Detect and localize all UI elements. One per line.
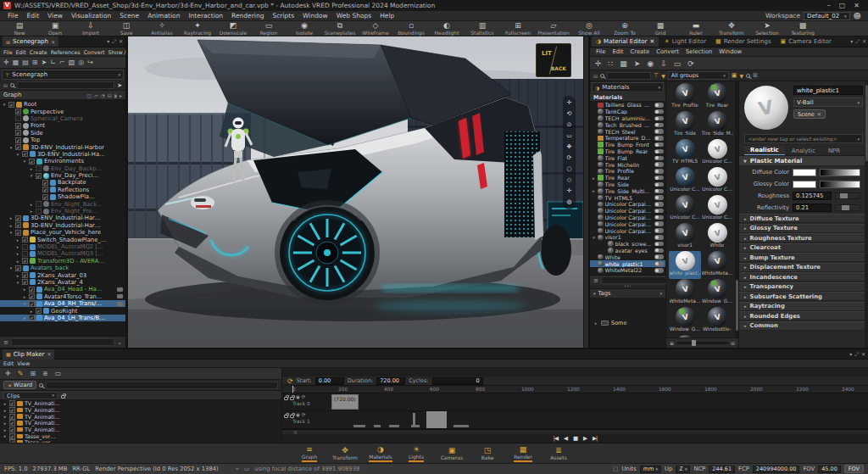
lock-clips-icon[interactable] <box>61 395 65 399</box>
go-to-start-button[interactable]: |◀ <box>554 435 558 442</box>
tag-item-some[interactable]: ▸ Some <box>590 298 665 348</box>
enable-toggle[interactable] <box>654 235 664 240</box>
enable-toggle[interactable] <box>654 169 664 174</box>
toolbar-button-statistics[interactable]: ▥Statistics <box>465 21 500 36</box>
material-item-unicolor-carpaint3[interactable]: Unicolor Carpaint3 <box>590 227 665 234</box>
material-item-unicolor-carpaint-si[interactable]: Unicolor Carpaint_si… <box>590 201 665 208</box>
material-thumbnail-tire-rear[interactable]: VTire_Rear <box>701 83 733 111</box>
toolbar-button-sceneplates[interactable]: ⧉Sceneplates <box>322 21 358 36</box>
materials-filter-input[interactable] <box>601 276 670 284</box>
menu-file[interactable]: File <box>3 12 23 20</box>
menu-scene[interactable]: Scene <box>115 12 143 20</box>
mini-clip[interactable] <box>389 425 399 427</box>
lock-content-icon[interactable] <box>290 397 294 400</box>
visibility-checkbox[interactable] <box>22 251 28 257</box>
expander-icon[interactable]: ▸ <box>29 209 34 214</box>
close-button[interactable]: ✕ <box>854 2 860 9</box>
section-raytracing[interactable]: ▸Raytracing <box>739 302 868 311</box>
enable-toggle[interactable] <box>654 176 664 181</box>
material-item-tv-html5[interactable]: TV_HTML5 <box>590 194 665 201</box>
material-thumbnail-whitemeta[interactable]: VWhiteMeta… <box>669 279 701 307</box>
workspace-select[interactable]: Default_02▾ <box>804 12 850 20</box>
delete-material-icon[interactable]: ▭ <box>674 59 682 68</box>
panel-close-icon[interactable]: ✕ <box>119 38 123 45</box>
close-tab-icon[interactable]: ✕ <box>51 39 55 45</box>
value-slider[interactable] <box>835 192 860 199</box>
expander-icon[interactable]: ▾ <box>8 145 14 150</box>
visibility-checkbox[interactable]: ✓ <box>15 222 21 228</box>
visibility-checkbox[interactable]: ✓ <box>29 287 35 293</box>
solo-track-icon[interactable]: ◉ <box>296 395 300 399</box>
up-axis-select[interactable]: Z ▾ <box>676 466 690 473</box>
lock-materials-icon[interactable]: ▣ <box>732 72 737 79</box>
tab-render-settings[interactable]: ▦Render Settings <box>711 36 775 47</box>
menu-view[interactable]: View <box>43 12 67 20</box>
shading-tab-npr[interactable]: NPR <box>822 147 846 155</box>
expander-icon[interactable]: ▸ <box>3 414 8 419</box>
cycles-value[interactable]: 0 <box>432 377 483 385</box>
section-subsurface-scattering[interactable]: ▸Subsurface Scattering <box>739 292 868 301</box>
enable-toggle[interactable] <box>654 189 664 194</box>
flat-view-icon[interactable]: ▱ <box>94 92 98 98</box>
toolbar-button-save[interactable]: ◫Save <box>108 21 144 36</box>
material-search-input[interactable] <box>607 72 651 80</box>
apply-to-selection-icon[interactable]: ➤ <box>634 59 641 68</box>
toolbar-button-raytracing[interactable]: ✦Raytracing <box>180 21 215 36</box>
list-options-icon[interactable]: ≡ <box>593 277 598 284</box>
section-rounded-edges[interactable]: ▸Rounded Edges <box>739 311 868 321</box>
units-select[interactable]: mm ▾ <box>640 466 661 473</box>
material-thumbnail-white-plast[interactable]: Vwhite_plast… <box>669 251 701 279</box>
clips-select[interactable]: Clips▾ <box>3 392 58 399</box>
enable-toggle[interactable] <box>654 116 664 121</box>
material-thumbnail-whitemeta[interactable]: VWhiteMeta… <box>701 251 733 279</box>
refresh-timeline-icon[interactable]: ⟳ <box>287 377 293 385</box>
enable-toggle[interactable] <box>654 209 664 214</box>
camera-settings-icon[interactable]: ◍ <box>566 199 571 205</box>
add-node-icon[interactable]: ✛ <box>3 59 9 66</box>
menu-web-shops[interactable]: Web Shops <box>332 12 376 20</box>
visibility-checkbox[interactable]: ✓ <box>36 173 42 179</box>
panel-close-icon[interactable]: ✕ <box>862 38 866 45</box>
expander-icon[interactable]: ▾ <box>15 152 20 157</box>
material-item-tankcap[interactable]: TankCap <box>590 109 665 115</box>
close-tab-icon[interactable]: ✕ <box>650 38 655 45</box>
expander-icon[interactable]: ▸ <box>15 244 20 249</box>
panel-menu-icon[interactable]: ▾ <box>850 38 853 45</box>
expand-section-icon[interactable]: ▸ <box>744 304 747 309</box>
expand-section-icon[interactable]: ▸ <box>744 314 747 319</box>
expand-section-icon[interactable]: ▸ <box>744 255 747 260</box>
region-zoom-icon[interactable]: ▭ <box>566 133 572 139</box>
play-button[interactable]: ▶ <box>583 435 587 442</box>
materials-root-select[interactable]: ◑ Materials▾ <box>592 82 664 92</box>
material-item-tire-side-multipass7[interactable]: ▸Tire_Side_MultiPass7 <box>590 187 665 194</box>
expander-icon[interactable]: ▸ <box>8 215 14 220</box>
loop-track-icon[interactable]: ⟳ <box>302 413 306 417</box>
material-item-tire-profile[interactable]: Tire_Profile <box>590 168 665 175</box>
material-item-taillens-glass-red[interactable]: Taillens_Glass_Red <box>590 102 665 109</box>
expander-icon[interactable]: ▸ <box>15 259 20 264</box>
timeline-clip[interactable]: (720.00) <box>331 394 359 410</box>
timeline-ruler[interactable]: 0200400600800100012001400160018002000220… <box>282 386 868 393</box>
cm-menu-edit[interactable]: Edit <box>2 360 15 366</box>
tree-item-3d-env-industrial-harbor[interactable]: ▾✓3D-ENV_Industrial-Harbor <box>0 143 125 150</box>
tree-item-spherical-camera[interactable]: Spherical_Camera <box>0 115 125 122</box>
material-item-tire-bump-front[interactable]: Tire_Bump_Front <box>590 142 665 148</box>
edit-clip-icon[interactable]: ✎ <box>18 370 24 377</box>
tree-item-3d-env-industrial-har[interactable]: ▸✓3D-ENV_Industrial-Har… <box>0 215 125 221</box>
tree-item-3d-env-industrial-har[interactable]: ▸✓3D-ENV_Industrial-Har… <box>0 222 125 229</box>
minimize-button[interactable]: – <box>827 2 831 9</box>
tag-entry-combo[interactable]: <enter new tag or select existing> ▾ <box>744 134 863 143</box>
material-item-whitemetal22[interactable]: WhiteMetal22 <box>590 267 665 274</box>
import-material-icon[interactable]: ⇩ <box>660 59 667 68</box>
toolbar-button-presentation[interactable]: ▱Presentation <box>536 21 571 36</box>
material-item-tire-rear[interactable]: ▸Tire_Rear <box>590 175 665 181</box>
mirror-icon[interactable]: ⌐ <box>59 59 65 66</box>
color-ramp[interactable] <box>820 181 860 188</box>
toolbar-button-zoom-to[interactable]: ⊕Zoom To <box>607 21 643 36</box>
toolbar-button-texturing[interactable]: ▩Texturing <box>785 21 821 36</box>
material-item-black-screen1[interactable]: black_screen1 <box>590 241 665 248</box>
pan-tool-icon[interactable]: ✛ <box>567 100 572 106</box>
camera-link-icon[interactable]: ▢ <box>613 466 618 472</box>
enable-toggle[interactable] <box>654 162 664 167</box>
filter-funnel-icon[interactable]: ⌄ <box>117 339 122 346</box>
